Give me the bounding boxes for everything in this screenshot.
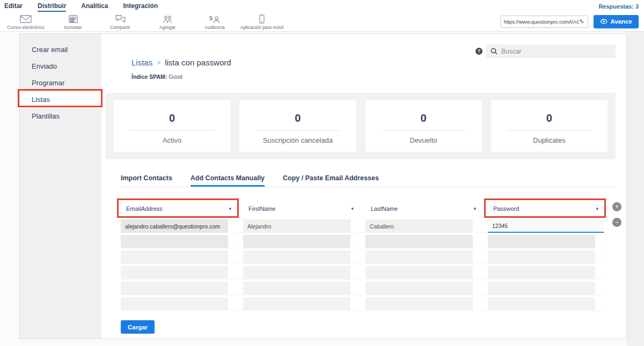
firstname-field[interactable] (243, 219, 350, 233)
tool-correo-electronico[interactable]: Correo electrónico (2, 13, 49, 30)
sidebar-item-enviado[interactable]: Enviado (20, 58, 101, 75)
dropdown-label: EmailAddress (126, 205, 163, 212)
sidebar-item-programar[interactable]: Programar (20, 75, 101, 91)
email-field[interactable] (121, 297, 228, 311)
stat-divider (382, 130, 465, 131)
tab-copy-paste-email-addresses[interactable]: Copy / Paste Email Addresses (283, 174, 379, 187)
nav-integracion[interactable]: Integración (123, 2, 158, 12)
firstname-field[interactable] (243, 266, 350, 279)
toolbar-right: ✎ Avance (500, 15, 639, 28)
dropdown-label: Password (493, 205, 519, 212)
stat-label: Suscripción cancelada (239, 136, 356, 144)
nav-distribuir[interactable]: Distribuir (38, 2, 66, 12)
contact-row-empty (121, 235, 604, 248)
audience-icon: $ (209, 14, 220, 24)
password-field-dropdown[interactable]: Password ▾ (488, 201, 604, 216)
spam-index-value: Good (169, 73, 182, 80)
add-column-button[interactable]: + (612, 202, 621, 211)
upload-button[interactable]: Cargar (121, 320, 155, 334)
add-users-icon (163, 14, 172, 24)
contact-row-empty (121, 266, 604, 279)
lastname-field-dropdown[interactable]: LastName ▾ (365, 201, 481, 216)
tool-label: Correo electrónico (7, 25, 44, 30)
nav-editar[interactable]: Editar (4, 2, 23, 12)
tool-label: Aplicación para móvil (240, 25, 283, 30)
firstname-field[interactable] (243, 282, 350, 295)
dropdown-label: LastName (371, 205, 398, 212)
email-field[interactable] (121, 219, 228, 233)
password-field[interactable] (488, 266, 595, 279)
password-field[interactable] (488, 235, 595, 248)
tool-label: Agregar (159, 25, 175, 30)
stat-card-suscripcion-cancelada: 0 Suscripción cancelada (239, 100, 356, 152)
preview-button[interactable]: Avance (594, 15, 639, 28)
breadcrumb-listas-link[interactable]: Listas (131, 58, 152, 67)
spam-index-label: Índice SPAM: (131, 73, 167, 80)
tool-aplicacion-movil[interactable]: Aplicación para móvil (238, 13, 286, 30)
firstname-field[interactable] (243, 235, 350, 248)
email-lists-panel: Crear email Enviado Programar Listas Pla… (19, 33, 627, 339)
email-sidebar: Crear email Enviado Programar Listas Pla… (20, 34, 101, 338)
stat-value: 0 (491, 112, 608, 124)
sidebar-item-crear-email[interactable]: Crear email (20, 41, 101, 58)
email-field[interactable] (121, 266, 228, 279)
right-gutter (627, 32, 644, 346)
mobile-app-icon (259, 14, 265, 24)
tab-add-contacts-manually[interactable]: Add Contacts Manually (191, 174, 265, 187)
tool-audiencia[interactable]: $ Audiencia (191, 13, 238, 30)
remove-column-button[interactable]: − (612, 218, 621, 227)
stat-divider (507, 130, 591, 131)
search-input[interactable] (501, 48, 611, 55)
contact-rows (121, 219, 604, 313)
responses-count-link[interactable]: Respuestas: 3 (598, 3, 639, 12)
help-icon[interactable]: ? (475, 48, 482, 55)
lastname-field[interactable] (365, 282, 473, 295)
sidebar-item-plantillas[interactable]: Plantillas (20, 108, 101, 124)
tool-agregar[interactable]: Agregar (144, 13, 191, 30)
chevron-down-icon: ▾ (351, 206, 354, 211)
field-mapping-row: EmailAddress ▾ FirstName ▾ LastName ▾ Pa… (121, 201, 604, 216)
password-field[interactable] (488, 219, 604, 233)
sidebar-item-listas[interactable]: Listas (20, 91, 101, 108)
lastname-field[interactable] (365, 251, 473, 264)
survey-url-input[interactable] (504, 19, 580, 25)
svg-text:$: $ (209, 15, 213, 21)
pencil-icon[interactable]: ✎ (579, 18, 584, 25)
envelope-icon (20, 14, 32, 24)
tab-import-contacts[interactable]: Import Contacts (121, 174, 172, 187)
main-content: ? Listas > lista con password Índice SPA… (101, 34, 626, 338)
firstname-field-dropdown[interactable]: FirstName ▾ (243, 201, 359, 216)
row-controls: + − (612, 202, 621, 227)
password-field[interactable] (488, 297, 595, 311)
tool-label: Audiencia (204, 25, 224, 30)
tool-compartir[interactable]: Compartir (97, 13, 144, 30)
nav-analitica[interactable]: Analítica (81, 2, 108, 12)
list-stats-band: 0 Activo 0 Suscripción cancelada 0 Devue… (106, 93, 616, 159)
contacts-tabs: Import Contacts Add Contacts Manually Co… (121, 174, 616, 187)
breadcrumb: Listas > lista con password (131, 58, 231, 67)
firstname-field[interactable] (243, 297, 350, 311)
lastname-field[interactable] (365, 235, 473, 248)
email-field[interactable] (121, 251, 228, 264)
contact-row-empty (121, 251, 604, 264)
tool-incrustar[interactable]: Incrustar (49, 13, 97, 30)
search-box (486, 45, 616, 58)
distribute-toolbar: Correo electrónico Incrustar Compartir A… (0, 12, 644, 32)
lastname-field[interactable] (365, 266, 473, 279)
lastname-field[interactable] (365, 219, 473, 233)
firstname-field[interactable] (243, 251, 350, 264)
search-icon (491, 48, 497, 55)
share-icon (115, 14, 126, 24)
stat-divider (256, 130, 340, 131)
password-field[interactable] (488, 251, 595, 264)
top-nav: Editar Distribuir Analítica Integración … (0, 0, 644, 12)
email-field[interactable] (121, 282, 228, 295)
lastname-field[interactable] (365, 297, 473, 311)
emailaddress-field-dropdown[interactable]: EmailAddress ▾ (121, 201, 237, 216)
tool-label: Compartir (110, 25, 130, 30)
password-field[interactable] (488, 282, 595, 295)
stat-card-duplicates: 0 Duplicates (491, 100, 608, 152)
chevron-down-icon: ▾ (596, 206, 598, 211)
email-field[interactable] (121, 235, 228, 248)
embed-icon (69, 14, 78, 24)
